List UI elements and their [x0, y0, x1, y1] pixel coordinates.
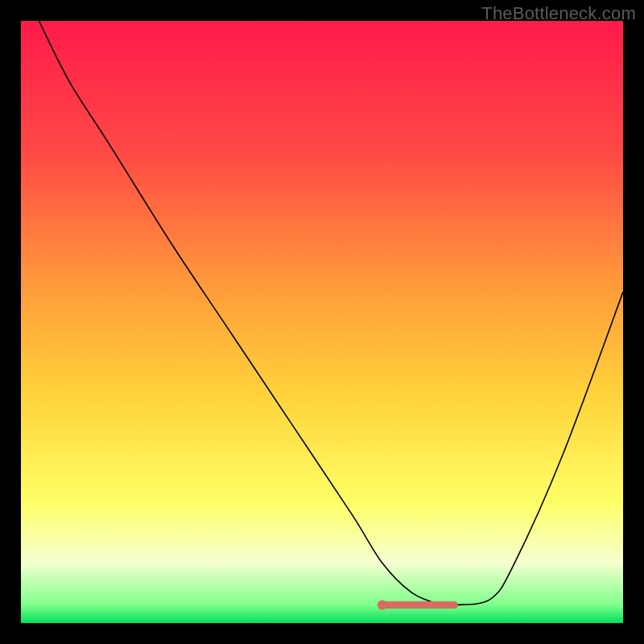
chart-frame: TheBottleneck.com [0, 0, 644, 644]
plot-area [21, 21, 623, 623]
gradient-bg [21, 21, 623, 623]
plot-svg [21, 21, 623, 623]
optimal-start-dot [378, 601, 387, 610]
watermark-text: TheBottleneck.com [481, 3, 636, 24]
